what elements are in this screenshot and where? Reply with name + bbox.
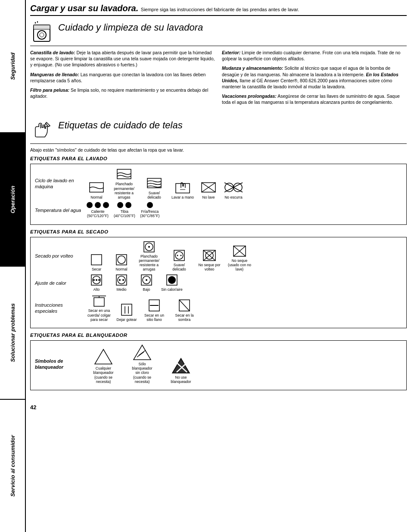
text-mudanza: Mudanza y almacenamiento: Solicite al té… (222, 65, 407, 90)
symbol-cuerda: Secar en una cuerda/ colgar para secar (86, 294, 112, 322)
label-vacaciones: Vacaciones prolongadas: (222, 93, 277, 99)
sym-label-no-lave: No lave (202, 195, 215, 199)
symbol-tibia: Tibia(40°C/105°F) (114, 202, 135, 218)
page-header: Cargar y usar su lavadora. Siempre siga … (30, 0, 407, 16)
text-vacaciones: Vacaciones prolongadas: Asegúrese de cer… (222, 93, 407, 105)
blanqueador-label: Símbolos de blanqueador (35, 358, 84, 370)
symbol-planchado: Planchado permanente/ resistente a arrug… (111, 168, 137, 199)
symbol-no-escurra: No escurra (223, 181, 244, 199)
sidebar-label-seguridad: Seguridad (9, 53, 16, 80)
svg-line-57 (179, 300, 190, 311)
svg-point-47 (168, 276, 176, 284)
symbol-blanqueador-any: Cualquier blanqueador (cuando se necesit… (86, 348, 121, 384)
symbol-gotear: Dejar gotear (116, 303, 137, 322)
blanqueador-symbols: Cualquier blanqueador (cuando se necesit… (86, 344, 402, 384)
sym-label-calor-medio: Medio (116, 287, 126, 292)
symbol-caliente: Caliente(50°C/120°F) (86, 202, 109, 218)
secado-volteo-label: Secado por volteo (35, 253, 84, 259)
svg-marker-59 (134, 345, 151, 360)
svg-point-22 (148, 246, 150, 248)
symbol-mano: Lavar a mano (171, 181, 194, 199)
symbol-sin-calor: Sin calor/aire (161, 274, 183, 292)
sym-label-fria: Fría/fresca(30°C/85°F) (140, 209, 159, 218)
dot3 (103, 202, 109, 208)
svg-marker-62 (172, 358, 190, 373)
secado-instrucciones-label: Instrucciones especiales (35, 302, 84, 314)
sym-label-calor-alto: Alto (93, 287, 100, 292)
svg-point-45 (146, 279, 147, 281)
sym-label-gotear: Dejar gotear (117, 317, 137, 322)
symbol-secar: Secar (86, 254, 107, 271)
svg-point-36 (93, 279, 95, 281)
svg-point-37 (96, 279, 97, 281)
svg-rect-17 (91, 255, 102, 265)
lavado-ciclo-label: Ciclo de lavado en máquina (35, 177, 84, 190)
sidebar: Seguridad Operación Solucionar problemas… (0, 0, 26, 532)
etiquetas-intro: Abajo están "símbolos" de cuidado de tel… (30, 147, 407, 152)
sidebar-section-servicio: Servicio al consumidor (0, 400, 25, 532)
symbol-calor-bajo: Bajo (136, 274, 157, 292)
lavado-temp-label: Temperatura del agua (35, 207, 84, 213)
text-exterior: Exterior: Limpie de inmediato cualquier … (222, 50, 407, 62)
svg-point-2 (37, 31, 46, 39)
label-mangueras: Mangueras de llenado: (30, 72, 79, 77)
sym-label-blanqueador-sin-cloro: Sólo blanqueador sin cloro (cuando se ne… (129, 362, 155, 384)
svg-marker-58 (95, 349, 112, 364)
sym-label-sombra: Secar en la sombra (171, 313, 197, 322)
svg-rect-1 (34, 25, 50, 29)
sidebar-label-servicio: Servicio al consumidor (9, 435, 16, 497)
sym-label-calor-bajo: Bajo (143, 287, 150, 292)
section-etiquetas: Etiquetas de cuidado de telas Abajo está… (30, 118, 407, 395)
symbol-secado-planchado: Planchado permanente/ resistente a arrug… (136, 241, 162, 272)
lavado-row-temp: Temperatura del agua Caliente(50°C/120°F… (35, 202, 402, 218)
sym-label-no-blanqueador: No use blanqueador (168, 375, 194, 384)
sidebar-section-operacion: Operación (0, 133, 25, 266)
section-etiquetas-header: Etiquetas de cuidado de telas (30, 118, 407, 144)
sym-label-planchado: Planchado permanente/ resistente a arrug… (111, 182, 137, 199)
symbol-no-volteo: No seque por volteo (196, 249, 222, 271)
page-number: 42 (30, 404, 407, 411)
sym-label-secado-planchado: Planchado permanente/ resistente a arrug… (136, 254, 162, 272)
svg-point-42 (122, 279, 124, 281)
symbol-no-blanqueador: No use blanqueador (164, 358, 198, 384)
text-mangueras: Mangueras de llenado: Las mangueras que … (30, 72, 215, 84)
svg-rect-48 (94, 298, 104, 306)
text-filtro: Filtro para pelusa: Se limpia solo, no r… (30, 87, 215, 99)
secado-row-calor: Ajuste de calor (35, 274, 402, 292)
secado-volteo-symbols: Secar Normal (86, 241, 402, 272)
label-filtro: Filtro para pelusa: (30, 87, 69, 93)
sym-label-caliente: Caliente(50°C/120°F) (87, 209, 109, 218)
dot2 (95, 202, 101, 208)
dot1 (87, 202, 93, 208)
sym-label-llano: Secar en un sitio llano (141, 313, 167, 322)
svg-rect-51 (121, 304, 132, 315)
section-cuidado-content: Canastilla de lavado: Deje la tapa abier… (30, 50, 407, 109)
sidebar-section-seguridad: Seguridad (0, 0, 25, 133)
sym-label-no-volteo: No seque por volteo (196, 263, 222, 271)
sidebar-label-operacion: Operación (9, 186, 16, 213)
dot1 (147, 202, 153, 208)
symbol-fria: Fría/fresca(30°C/85°F) (140, 202, 160, 218)
etiquetas-blanqueador-title: ETIQUETAS PARA EL BLANQUEADOR (30, 333, 407, 338)
section-cuidado-title: Cuidado y limpieza de su lavadora (58, 20, 203, 33)
lavado-temp-symbols: Caliente(50°C/120°F) Tibia(40°C/105°F) (86, 202, 402, 218)
dot2 (125, 202, 131, 208)
secado-calor-label: Ajuste de calor (35, 280, 84, 286)
sym-label-blanqueador-any: Cualquier blanqueador (cuando se necesit… (90, 366, 116, 384)
text-exterior-body: Limpie de inmediato cualquier derrame. F… (222, 50, 400, 61)
sidebar-section-solucionar: Solucionar problemas (0, 267, 25, 400)
sym-label-no-escurra: No escurra (224, 195, 243, 199)
svg-point-24 (175, 252, 183, 259)
svg-point-41 (119, 279, 121, 281)
lavado-ciclo-symbols: Normal Planchado permanente/ resistente … (86, 168, 402, 199)
blanqueador-row: Símbolos de blanqueador Cualquier blanqu… (35, 344, 402, 384)
sym-label-cuerda: Secar en una cuerda/ colgar para secar (86, 308, 112, 322)
symbol-sombra: Secar en la sombra (171, 299, 197, 322)
header-title-text: Cargar y usar su lavadora. (30, 3, 138, 13)
symbol-no-seque: No seque (usado con no lave) (227, 245, 252, 272)
sym-label-tibia: Tibia(40°C/105°F) (114, 209, 135, 218)
section-etiquetas-title: Etiquetas de cuidado de telas (58, 118, 183, 131)
sym-label-secado-suave: Suave/ delicado (166, 263, 192, 271)
svg-point-26 (181, 255, 182, 256)
label-exterior: Exterior: (222, 50, 240, 55)
